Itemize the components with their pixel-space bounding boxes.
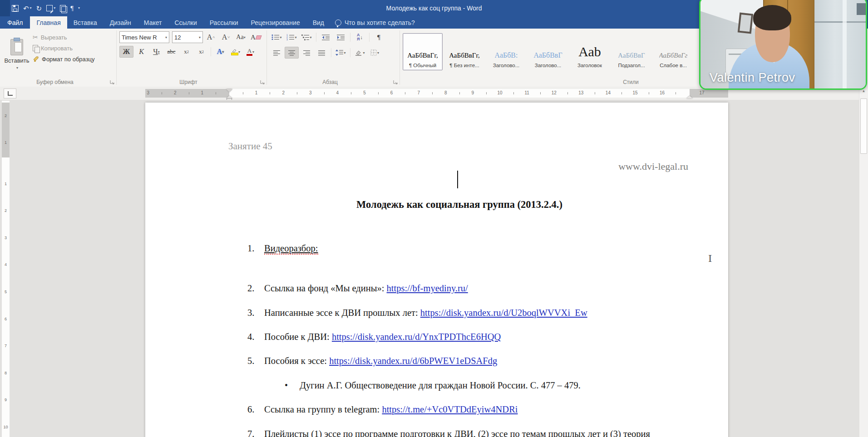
font-size-combo[interactable]: 12▾ — [172, 31, 203, 43]
paste-label: Вставить — [4, 57, 29, 64]
ruler-number: 8 — [2, 371, 10, 375]
decrease-indent-button[interactable] — [319, 31, 333, 43]
ruler-number: 2 — [2, 208, 10, 213]
tab-Макет[interactable]: Макет — [138, 16, 168, 29]
style-sample: АаБбВвГг, — [449, 52, 480, 59]
ruler-number: 11 — [524, 90, 529, 95]
ruler-tick — [649, 92, 649, 94]
misspelled-word: Видеоразбор: — [264, 243, 318, 255]
ruler-tick — [324, 92, 325, 94]
shrink-font-button[interactable]: А˅ — [219, 31, 233, 43]
bold-button[interactable]: Ж — [119, 46, 133, 58]
list-item-text: Ссылка на фонд «Мы едины»: https://bf-my… — [264, 283, 468, 294]
paragraph-dialog-launcher[interactable] — [393, 80, 398, 85]
sort-button[interactable]: АЯ ↓ — [353, 31, 367, 43]
word-window: { "titlebar": { "title": "Молодежь как с… — [0, 0, 868, 437]
borders-button[interactable]: ▾ — [368, 47, 382, 59]
paste-button[interactable]: Вставить ▾ — [5, 33, 29, 76]
text-effects-button[interactable]: А▾ — [213, 46, 227, 58]
ruler-tick — [270, 92, 270, 94]
group-label-font: Шрифт — [117, 79, 260, 85]
list-item-text: Видеоразбор: — [264, 243, 318, 254]
align-left-button[interactable] — [270, 47, 284, 59]
document-page[interactable]: Занятие 45 www.dvi-legal.ru Молодежь как… — [145, 103, 728, 437]
ruler-tick — [405, 92, 405, 94]
change-case-button[interactable]: Aa▾ — [234, 31, 248, 43]
align-center-button[interactable] — [285, 47, 299, 59]
right-indent-marker[interactable] — [686, 93, 693, 98]
multilevel-list-button[interactable]: ▾ — [300, 31, 314, 43]
horizontal-ruler[interactable]: 3211234567891011121314151617 — [145, 89, 728, 98]
text-caret — [457, 171, 458, 188]
style-chip-¶ Без инте...[interactable]: АаБбВвГг,¶ Без инте... — [444, 33, 484, 70]
list-item-number: 6. — [247, 404, 254, 415]
style-chip-Заголово...[interactable]: АаБбВ:Заголово... — [486, 33, 526, 70]
format-painter-button[interactable]: Формат по образцу — [33, 54, 95, 64]
shading-button[interactable]: ▾ — [353, 47, 367, 59]
hyperlink[interactable]: https://bf-myediny.ru/ — [387, 283, 468, 293]
underline-button[interactable]: Ч▾ — [149, 46, 163, 58]
vertical-scrollbar[interactable]: ▲ — [859, 87, 868, 437]
font-dialog-launcher[interactable] — [260, 80, 265, 85]
tab-file[interactable]: Файл — [0, 16, 30, 29]
clipboard-dialog-launcher[interactable] — [110, 80, 115, 85]
document-heading: Молодежь как социальная группа (2013.2.4… — [229, 199, 690, 211]
group-paragraph: ▾ 123▾ ▾ АЯ ↓ ¶ ▾ ▾ ▾ Абзац — [267, 29, 399, 87]
hyperlink[interactable]: https://disk.yandex.ru/d/U2boqlWVVXi_Ew — [420, 308, 587, 318]
style-chip-Заголовок[interactable]: АаbЗаголовок — [570, 33, 610, 70]
style-label: ¶ Без инте... — [449, 63, 479, 68]
grow-font-button[interactable]: А˄ — [204, 31, 218, 43]
vertical-ruler[interactable]: 2112345678910 — [2, 101, 10, 437]
hyperlink[interactable]: https://disk.yandex.ru/d/6bPWEV1eDSAFdg — [329, 356, 497, 366]
list-item-text: Пособия к эссе: https://disk.yandex.ru/d… — [264, 356, 497, 366]
style-sample: Ааb — [578, 44, 601, 59]
italic-button[interactable]: К — [134, 46, 148, 58]
tab-Вид[interactable]: Вид — [306, 16, 330, 29]
tab-Главная[interactable]: Главная — [30, 16, 67, 29]
increase-indent-button[interactable] — [334, 31, 348, 43]
ruler-number: 6 — [2, 317, 10, 321]
hyperlink[interactable]: https://t.me/+Vc0VTDdEyiw4NDRi — [382, 404, 518, 414]
tab-selector[interactable] — [4, 88, 16, 98]
style-sample: АаБбВвГ — [618, 52, 645, 59]
ruler-tick — [513, 92, 514, 94]
cut-button[interactable]: ✂ Вырезать — [33, 32, 67, 42]
ruler-number: 3 — [2, 236, 10, 240]
tab-Вставка[interactable]: Вставка — [67, 16, 104, 29]
style-chip-Подзагол...[interactable]: АаБбВвГПодзагол... — [612, 33, 651, 70]
tab-Рассылки[interactable]: Рассылки — [203, 16, 245, 29]
ruler-number: 13 — [578, 90, 583, 95]
bullets-button[interactable]: ▾ — [270, 31, 284, 43]
style-chip-Заголово...[interactable]: АаБбВвГЗаголово... — [528, 33, 568, 70]
justify-button[interactable] — [315, 47, 329, 59]
subscript-button[interactable]: x2 — [179, 46, 193, 58]
highlight-button[interactable]: ▾ — [228, 46, 242, 58]
tab-Ссылки[interactable]: Ссылки — [168, 16, 203, 29]
font-color-button[interactable]: А ▾ — [243, 46, 257, 58]
style-chip-Слабое в...[interactable]: АаБбВвГгСлабое в... — [653, 33, 693, 70]
tab-Дизайн[interactable]: Дизайн — [104, 16, 138, 29]
ruler-tick — [216, 92, 216, 94]
tab-Рецензирование[interactable]: Рецензирование — [245, 16, 306, 29]
ruler-number: 4 — [336, 90, 339, 95]
style-sample: АаБбВвГг — [659, 52, 688, 59]
line-spacing-button[interactable]: ▾ — [334, 47, 348, 59]
style-chip-¶ Обычный[interactable]: АаБбВвГг,¶ Обычный — [403, 33, 443, 70]
hyperlink[interactable]: https://disk.yandex.ru/d/YnxTPDThcE6HQQ — [332, 332, 501, 342]
scrollbar-thumb[interactable] — [860, 98, 867, 154]
tab-stop-icon — [8, 91, 13, 96]
align-right-button[interactable] — [300, 47, 314, 59]
superscript-button[interactable]: x2 — [194, 46, 208, 58]
clipboard-icon — [10, 39, 23, 55]
mouse-ibeam-cursor: I — [708, 253, 712, 264]
show-marks-button[interactable]: ¶ — [372, 31, 386, 43]
numbering-button[interactable]: 123▾ — [285, 31, 299, 43]
list-item-text: Написанные эссе к ДВИ прошлых лет: https… — [264, 308, 587, 318]
copy-button[interactable]: Копировать — [33, 43, 73, 53]
font-name-combo[interactable]: Times New R▾ — [119, 31, 169, 43]
tell-me-box[interactable]: Что вы хотите сделать? — [330, 16, 415, 29]
strikethrough-button[interactable]: abc — [164, 46, 178, 58]
clear-formatting-button[interactable]: А — [249, 31, 263, 43]
webcam-name-label: Valentin Petrov — [710, 71, 795, 85]
ruler-tick — [297, 92, 297, 94]
